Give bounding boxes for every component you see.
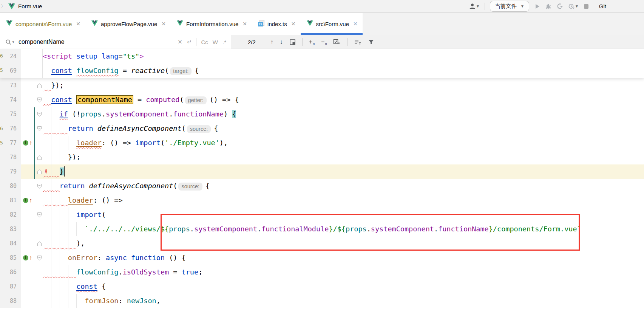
editor-tab[interactable]: approveFlowPage.vue✕ [85, 13, 171, 35]
code-text[interactable]: }); [43, 150, 644, 164]
fold-marker-icon[interactable] [36, 236, 43, 251]
previous-match-button[interactable]: ↑ [270, 39, 273, 45]
editor-line[interactable]: 81I↑ loader: () => [0, 193, 644, 208]
stop-button[interactable] [584, 4, 589, 9]
code-text[interactable]: const flowConfig = reactive(target:{ [43, 64, 644, 78]
coverage-button[interactable] [556, 3, 563, 9]
ide-window: 〉 Form.vue ▼ 当前文件 ▼ [0, 0, 644, 310]
code-text[interactable]: return defineAsyncComponent(source:{ [43, 179, 644, 193]
editor-line[interactable]: 76 return defineAsyncComponent(source:{ [0, 121, 644, 136]
editor-line[interactable]: 86 flowConfig.isOldSystem = true; [0, 265, 644, 279]
editor-tab[interactable]: src\Form.vue✕ [301, 13, 363, 35]
search-in-selection-button[interactable] [289, 39, 296, 45]
editor-line[interactable]: 73 }); [0, 78, 644, 93]
run-configuration-label: 当前文件 [495, 3, 517, 10]
editor-line[interactable]: 74 const componentName = computed(getter… [0, 93, 644, 107]
whole-words-toggle[interactable]: W [213, 39, 218, 45]
close-tab-icon[interactable]: ✕ [161, 21, 166, 27]
fold-marker-icon[interactable] [36, 150, 43, 164]
remove-selection-button[interactable]: −ᴨ [321, 39, 327, 46]
line-number: 80 [0, 179, 21, 193]
code-token: formJson [85, 297, 118, 305]
fold-marker-icon[interactable] [36, 78, 43, 93]
code-token: = [119, 67, 131, 74]
code-text[interactable]: const { [43, 279, 644, 294]
code-token: = [133, 96, 146, 104]
editor-line[interactable]: 77I↑ loader: () => import('./Empty.vue')… [0, 136, 644, 150]
error-lightbulb-icon[interactable]: ! [45, 166, 51, 174]
code-text[interactable]: loader: () => [43, 193, 644, 208]
code-token: defineAsyncComponent [97, 124, 182, 132]
next-match-button[interactable]: ↓ [280, 39, 283, 45]
editor-line[interactable]: 79! } [0, 164, 644, 179]
code-text[interactable]: return defineAsyncComponent(source:{ [43, 121, 644, 136]
user-icon[interactable]: ▼ [469, 3, 480, 10]
editor-line[interactable]: 80 return defineAsyncComponent(source:{ [0, 179, 644, 193]
select-all-occurrences-button[interactable] [333, 39, 341, 45]
tab-label: FormInformation.vue [186, 21, 238, 27]
add-selection-button[interactable]: +ᴨ [309, 39, 315, 46]
editor-tab[interactable]: components\Form.vue✕ [0, 13, 85, 35]
debug-button[interactable] [545, 3, 551, 9]
code-text[interactable]: ! } [43, 164, 644, 179]
search-field[interactable]: ▼ componentName ✕ ↵ Cc W .* [0, 35, 231, 49]
typescript-file-icon: TS [258, 20, 264, 26]
code-text[interactable]: flowConfig.isOldSystem = true; [43, 265, 644, 279]
code-token: . [102, 110, 106, 118]
editor-line[interactable]: 75 if (!props.systemComponent.functionNa… [0, 107, 644, 121]
code-token: const [76, 282, 97, 290]
fold-marker-icon[interactable] [36, 107, 43, 121]
newline-icon[interactable]: ↵ [187, 39, 192, 45]
code-text[interactable]: const componentName = computed(getter:()… [43, 93, 644, 107]
search-icon[interactable]: ▼ [5, 39, 15, 45]
fold-gutter [36, 193, 43, 208]
indent-guide [68, 265, 68, 279]
vcs-change-bar[interactable] [34, 107, 35, 179]
editor-line[interactable]: 78 }); [0, 150, 644, 164]
indent-guide [60, 294, 60, 308]
code-token: defineAsyncComponent [89, 182, 173, 190]
editor-line[interactable]: 24<script setup lang="ts"> [0, 49, 644, 64]
gutter-marker-icon[interactable]: I↑ [21, 193, 36, 208]
editor-tab[interactable]: FormInformation.vue✕ [171, 13, 252, 35]
editor-rows: 73 });74 const componentName = computed(… [0, 78, 644, 308]
code-text[interactable]: onError: async function () { [43, 251, 644, 265]
code-text[interactable]: loader: () => import('./Empty.vue'), [43, 136, 644, 150]
close-tab-icon[interactable]: ✕ [76, 21, 80, 27]
fold-marker-icon[interactable] [36, 179, 43, 193]
code-text[interactable]: formJson: newJson, [43, 294, 644, 308]
code-token: ( [102, 211, 106, 219]
regex-toggle[interactable]: .* [222, 39, 226, 45]
editor-line[interactable]: 88 formJson: newJson, [0, 294, 644, 308]
profiler-button[interactable]: ▼ [568, 3, 579, 9]
fold-marker-icon[interactable] [36, 164, 43, 179]
code-text[interactable]: }); [43, 78, 644, 93]
editor-line[interactable]: 69 const flowConfig = reactive(target:{ [0, 64, 644, 78]
fold-marker-icon[interactable] [36, 121, 43, 136]
editor-line[interactable]: 87 const { [0, 279, 644, 294]
indent-guide [60, 222, 60, 236]
code-text[interactable]: if (!props.systemComponent.functionName)… [43, 107, 644, 121]
filter-icon[interactable] [368, 39, 374, 45]
filter-lines-button[interactable] [354, 39, 361, 45]
code-text[interactable]: <script setup lang="ts"> [43, 49, 644, 64]
close-tab-icon[interactable]: ✕ [353, 21, 358, 27]
fold-marker-icon[interactable] [36, 208, 43, 222]
run-button[interactable] [534, 3, 540, 9]
editor-tab[interactable]: TSindex.ts✕ [252, 13, 300, 35]
code-editor[interactable]: 24<script setup lang="ts">69 const flowC… [0, 49, 644, 310]
line-number: 86 [0, 265, 21, 279]
gutter-marker-icon[interactable]: I↑ [21, 251, 36, 265]
fold-marker-icon[interactable] [36, 93, 43, 107]
clear-search-icon[interactable]: ✕ [178, 39, 182, 45]
match-case-toggle[interactable]: Cc [201, 39, 208, 45]
code-token [72, 52, 76, 60]
close-tab-icon[interactable]: ✕ [291, 21, 296, 27]
indent-guide [76, 294, 77, 308]
search-input[interactable]: componentName [19, 39, 65, 45]
editor-line[interactable]: 85I↑ onError: async function () { [0, 251, 644, 265]
git-widget[interactable]: Git [599, 3, 606, 9]
fold-marker-icon[interactable] [36, 251, 43, 265]
close-tab-icon[interactable]: ✕ [242, 21, 247, 27]
run-configuration-select[interactable]: 当前文件 ▼ [490, 1, 529, 12]
